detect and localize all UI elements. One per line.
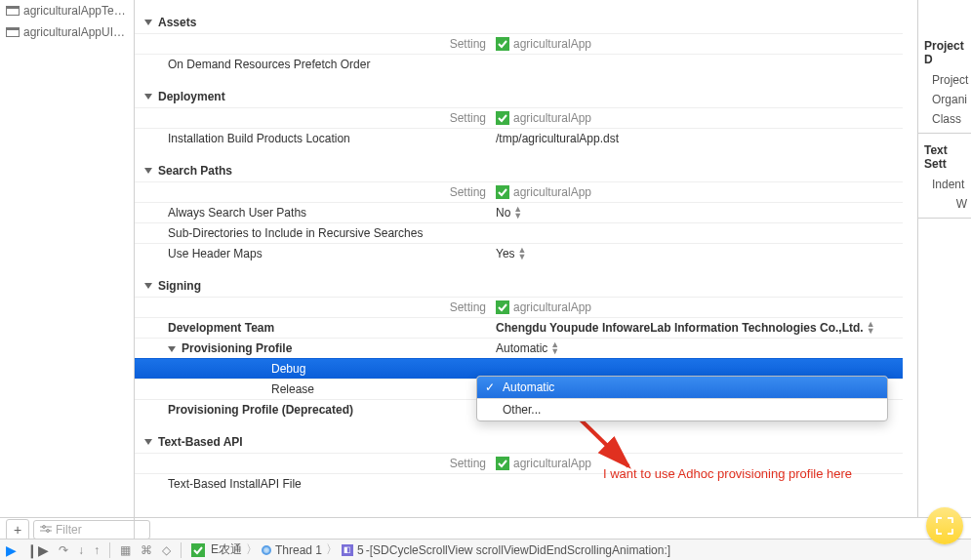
step-over-icon[interactable]: ↷ xyxy=(59,543,68,557)
inspector-group-title: Project D xyxy=(918,35,971,70)
inspector-item[interactable]: Project F xyxy=(918,70,971,90)
debug-bar: ▶ ❙▶ ↷ ↓ ↑ ▦ ⌘ ◇ E农通 〉 Thread 1 〉 ◧ 5 -[… xyxy=(0,539,971,560)
column-header-target: agriculturalApp xyxy=(496,300,903,314)
setting-label: On Demand Resources Prefetch Order xyxy=(154,58,496,71)
setting-row-provisioning[interactable]: Provisioning Profile Automatic▲▼ xyxy=(135,338,903,358)
inspector-item[interactable]: Indent xyxy=(918,175,971,194)
floating-action-button[interactable] xyxy=(926,507,963,544)
section-text-api: Text-Based API Setting agriculturalApp T… xyxy=(135,431,903,494)
column-header-setting: Setting xyxy=(154,185,496,199)
thread-icon xyxy=(262,545,271,555)
stepper-icon: ▲▼ xyxy=(867,321,875,335)
target-icon xyxy=(496,457,509,470)
setting-label: Development Team xyxy=(154,321,496,335)
target-icon xyxy=(496,300,509,314)
chevron-right-icon: 〉 xyxy=(326,541,338,558)
section-deployment: Deployment Setting agriculturalApp Insta… xyxy=(135,86,903,148)
inspector-panel: Project D Project F Organi Class Text Se… xyxy=(917,0,971,517)
setting-row[interactable]: Always Search User Paths No▲▼ xyxy=(135,202,903,222)
pause-icon[interactable]: ❙▶ xyxy=(26,542,49,558)
dropdown-item-automatic[interactable]: ✓ Automatic xyxy=(477,377,887,398)
setting-row[interactable]: Text-Based InstallAPI File xyxy=(135,473,903,494)
disclosure-triangle-icon xyxy=(144,168,152,174)
column-header-target: agriculturalApp xyxy=(496,185,903,199)
setting-row[interactable]: Sub-Directories to Include in Recursive … xyxy=(135,222,903,243)
setting-value[interactable]: No▲▼ xyxy=(496,206,903,220)
folder-icon xyxy=(6,27,20,37)
section-search-paths: Search Paths Setting agriculturalApp Alw… xyxy=(135,160,903,263)
disclosure-triangle-icon xyxy=(144,20,152,25)
chip-icon xyxy=(936,517,953,535)
section-assets: Assets Setting agriculturalApp On Demand… xyxy=(135,12,903,74)
setting-row-devteam[interactable]: Development Team Chengdu Youpude Infowar… xyxy=(135,317,903,338)
setting-row[interactable]: Use Header Maps Yes▲▼ xyxy=(135,243,903,263)
debug-view-icon[interactable]: ▦ xyxy=(120,543,131,557)
step-out-icon[interactable]: ↑ xyxy=(94,543,100,557)
target-icon xyxy=(496,111,509,125)
build-settings-editor: Assets Setting agriculturalApp On Demand… xyxy=(135,0,903,517)
target-icon xyxy=(496,185,509,199)
section-header[interactable]: Assets xyxy=(135,12,903,33)
disclosure-triangle-icon[interactable] xyxy=(168,346,176,352)
disclosure-triangle-icon xyxy=(144,94,152,100)
sidebar-item-label: agriculturalAppTests xyxy=(23,4,128,18)
target-icon xyxy=(496,37,509,51)
setting-label: Installation Build Products Location xyxy=(154,132,496,145)
sidebar-item-label: agriculturalAppUITe... xyxy=(23,25,128,39)
section-header[interactable]: Signing xyxy=(135,275,903,297)
inspector-item[interactable]: Organi xyxy=(918,90,971,109)
column-header-setting: Setting xyxy=(154,37,496,51)
stepper-icon: ▲▼ xyxy=(550,341,559,355)
target-icon xyxy=(191,543,205,557)
setting-label: Sub-Directories to Include in Recursive … xyxy=(154,226,496,240)
step-into-icon[interactable]: ↓ xyxy=(78,543,84,557)
section-header[interactable]: Search Paths xyxy=(135,160,903,181)
chevron-right-icon: 〉 xyxy=(246,541,258,558)
setting-value[interactable]: Chengdu Youpude InfowareLab Information … xyxy=(496,321,903,335)
setting-label: Debug xyxy=(154,362,496,376)
checkmark-icon: ✓ xyxy=(485,380,495,394)
column-header-setting: Setting xyxy=(154,457,496,470)
filter-input[interactable]: Filter xyxy=(33,520,150,540)
inspector-item[interactable]: Class xyxy=(918,109,971,129)
stepper-icon: ▲▼ xyxy=(518,247,527,260)
project-navigator[interactable]: agriculturalAppTests agriculturalAppUITe… xyxy=(0,0,135,560)
continue-icon[interactable]: ▶ xyxy=(6,542,17,558)
stepper-icon: ▲▼ xyxy=(513,206,522,220)
setting-label: Provisioning Profile (Deprecated) xyxy=(154,403,496,417)
setting-value[interactable]: Automatic▲▼ xyxy=(496,341,903,355)
setting-value[interactable]: /tmp/agriculturalApp.dst xyxy=(496,132,903,145)
column-header-target: agriculturalApp xyxy=(496,37,903,51)
setting-label: Release xyxy=(154,382,496,396)
disclosure-triangle-icon xyxy=(144,283,152,289)
location-icon[interactable]: ◇ xyxy=(162,543,171,557)
setting-label: Always Search User Paths xyxy=(154,206,496,220)
setting-label: Provisioning Profile xyxy=(154,341,496,355)
dropdown-item-other[interactable]: Other... xyxy=(477,399,887,420)
setting-row[interactable]: Installation Build Products Location /tm… xyxy=(135,128,903,148)
setting-label: Text-Based InstallAPI File xyxy=(154,477,496,491)
sidebar-item-tests[interactable]: agriculturalAppTests xyxy=(0,0,134,21)
filter-icon xyxy=(40,525,52,535)
column-header-target: agriculturalApp xyxy=(496,111,903,125)
column-header-target: agriculturalApp xyxy=(496,457,903,470)
debug-breadcrumb[interactable]: E农通 〉 Thread 1 〉 ◧ 5 -[SDCycleScrollView… xyxy=(191,541,670,558)
section-header[interactable]: Text-Based API xyxy=(135,431,903,453)
column-header-setting: Setting xyxy=(154,111,496,125)
disclosure-triangle-icon xyxy=(144,439,152,445)
section-header[interactable]: Deployment xyxy=(135,86,903,107)
provisioning-profile-dropdown[interactable]: ✓ Automatic Other... xyxy=(476,376,888,421)
add-button[interactable]: + xyxy=(6,519,29,540)
column-header-setting: Setting xyxy=(154,300,496,314)
setting-row[interactable]: On Demand Resources Prefetch Order xyxy=(135,54,903,74)
memory-graph-icon[interactable]: ⌘ xyxy=(141,543,152,557)
filter-bar: + Filter xyxy=(0,517,971,540)
folder-icon xyxy=(6,6,20,16)
setting-value[interactable]: Yes▲▼ xyxy=(496,247,903,260)
setting-label: Use Header Maps xyxy=(154,247,496,260)
inspector-group-title: Text Sett xyxy=(918,140,971,175)
frame-icon: ◧ xyxy=(342,544,353,556)
sidebar-item-uitests[interactable]: agriculturalAppUITe... xyxy=(0,21,134,43)
inspector-item[interactable]: W xyxy=(918,194,971,214)
